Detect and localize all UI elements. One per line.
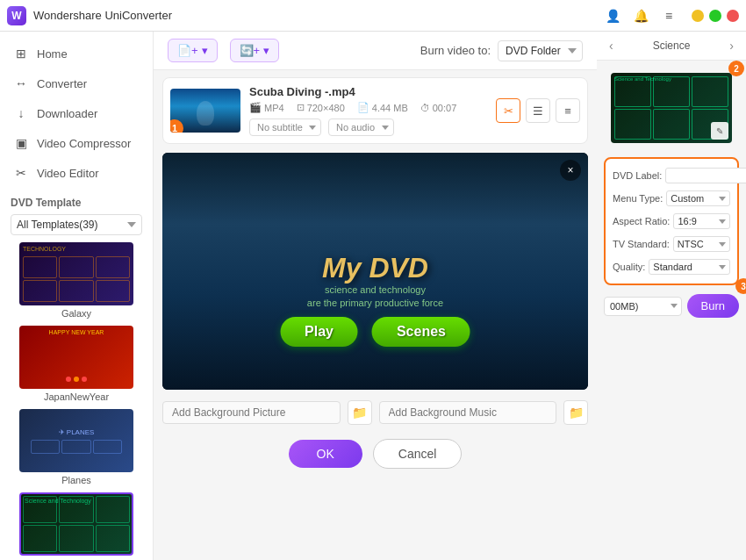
template-select[interactable]: All Templates(39) [11, 214, 142, 235]
galaxy-cell [96, 280, 130, 302]
burn-to-label: Burn video to: [420, 44, 491, 57]
japan-dot-red [66, 377, 71, 382]
menu-type-select[interactable]: Custom Standard None [666, 190, 730, 206]
format-icon: 🎬 [249, 102, 262, 113]
size-value: 4.44 MB [372, 103, 408, 113]
sidebar-item-video-editor[interactable]: ✂ Video Editor [0, 158, 153, 188]
add-url-arrow: ▾ [263, 44, 269, 57]
burn-to-row: Burn video to: DVD Folder DVD Disc ISO F… [420, 40, 583, 61]
sci-cell-4 [614, 109, 651, 140]
file-duration: ⏱ 00:07 [420, 103, 457, 113]
file-resolution: ⊡ 720×480 [297, 102, 345, 113]
add-file-button[interactable]: 📄+ ▾ [168, 39, 218, 62]
sidebar-label-converter: Converter [37, 77, 87, 90]
planes-text1: ✈ PLANES [59, 428, 95, 436]
close-button[interactable]: × [727, 10, 739, 22]
menu-icon[interactable]: ≡ [656, 4, 681, 28]
quality-select[interactable]: Standard High Low [649, 259, 730, 275]
tv-standard-label: TV Standard: [613, 239, 670, 249]
template-nav-name: Science [653, 39, 691, 52]
minimize-button[interactable]: − [692, 10, 704, 22]
list-button[interactable]: ≡ [556, 98, 580, 123]
sidebar-label-editor: Video Editor [37, 167, 99, 180]
title-bar: W Wondershare UniConverter 👤 🔔 ≡ − □ × [0, 0, 746, 32]
template-item-planes[interactable]: ✈ PLANES Planes [11, 409, 142, 485]
menu-button[interactable]: ☰ [526, 98, 550, 123]
dvd-label-input[interactable] [665, 168, 746, 183]
cancel-button[interactable]: Cancel [373, 439, 463, 469]
sidebar-item-home[interactable]: ⊞ Home [0, 39, 153, 68]
preview-play-button[interactable]: Play [280, 317, 358, 347]
ok-button[interactable]: OK [289, 440, 362, 468]
template-thumbnails: TECHNOLOGY Galaxy [11, 242, 142, 560]
bg-picture-folder-button[interactable]: 📁 [348, 400, 372, 425]
japan-label: HAPPY NEW YEAR [49, 329, 104, 335]
bg-music-folder-button[interactable]: 📁 [563, 400, 588, 425]
file-subtitle-row: No subtitle No audio [249, 118, 487, 136]
nav-next-arrow[interactable]: › [726, 37, 737, 54]
aspect-ratio-select[interactable]: 16:9 4:3 [673, 213, 730, 229]
nav-prev-arrow[interactable]: ‹ [606, 37, 617, 54]
galaxy-cell [59, 256, 93, 278]
aspect-ratio-row: Aspect Ratio: 16:9 4:3 [613, 213, 730, 229]
japan-dot-orange [74, 377, 79, 382]
size-icon: 📄 [357, 102, 369, 113]
preview-window: My DVD science and technology are the pr… [162, 153, 588, 390]
top-toolbar: 📄+ ▾ 🔄+ ▾ Burn video to: DVD Folder DVD … [154, 32, 597, 70]
tv-standard-select[interactable]: NTSC PAL [673, 236, 730, 252]
user-icon[interactable]: 👤 [600, 4, 625, 28]
sidebar-item-video-compressor[interactable]: ▣ Video Compressor [0, 128, 153, 158]
sidebar-item-converter[interactable]: ↔ Converter [0, 68, 153, 98]
sidebar-label-home: Home [37, 47, 68, 61]
template-item-japan[interactable]: HAPPY NEW YEAR JapanNewYear [11, 326, 142, 402]
japan-dot-red2 [82, 377, 87, 382]
burn-button[interactable]: Burn [687, 294, 739, 318]
galaxy-cell [96, 256, 130, 278]
bell-icon[interactable]: 🔔 [628, 4, 653, 28]
preview-subtitle: science and technology are the primary p… [307, 284, 443, 311]
close-preview-button[interactable]: × [560, 160, 581, 181]
preview-buttons: Play Scenes [280, 317, 470, 347]
cut-button[interactable]: ✂ [496, 98, 520, 123]
template-item-galaxy[interactable]: TECHNOLOGY Galaxy [11, 242, 142, 319]
template-name-japan: JapanNewYear [11, 391, 142, 402]
bg-picture-input[interactable] [162, 401, 341, 424]
duration-icon: ⏱ [420, 103, 430, 113]
galaxy-grid [23, 256, 130, 302]
burn-bottom-row: 00MB) Burn [597, 289, 746, 323]
sci-cell-5 [653, 109, 690, 140]
planes-cell [93, 440, 122, 454]
bg-music-input[interactable] [379, 401, 557, 424]
capacity-select[interactable]: 00MB) [604, 297, 682, 316]
badge-2: 2 [728, 61, 744, 76]
planes-cell [61, 440, 90, 454]
template-preview-box: Science and Technology ✎ [611, 73, 732, 143]
template-thumb-galaxy: TECHNOLOGY [19, 242, 133, 305]
subtitle-select[interactable]: No subtitle [249, 118, 321, 136]
dvd-label-label: DVD Label: [613, 170, 662, 181]
badge-3: 3 [735, 278, 746, 294]
template-thumb-japan: HAPPY NEW YEAR [19, 326, 133, 389]
compressor-icon: ▣ [14, 136, 28, 150]
burn-to-select[interactable]: DVD Folder DVD Disc ISO File [498, 40, 583, 61]
main-area: 📄+ ▾ 🔄+ ▾ Burn video to: DVD Folder DVD … [154, 32, 597, 560]
dvd-template-label: DVD Template [11, 197, 142, 209]
dvd-label-row: DVD Label: [613, 168, 730, 183]
maximize-button[interactable]: □ [709, 10, 721, 22]
audio-select[interactable]: No audio [328, 118, 394, 136]
add-url-button[interactable]: 🔄+ ▾ [230, 39, 280, 62]
galaxy-cell [23, 256, 57, 278]
preview-background: My DVD science and technology are the pr… [162, 153, 588, 390]
galaxy-cell [59, 280, 93, 302]
dvd-settings-wrapper: DVD Label: Menu Type: Custom Standard No… [597, 154, 746, 289]
home-icon: ⊞ [14, 47, 28, 61]
japan-dots [66, 377, 87, 382]
aspect-ratio-label: Aspect Ratio: [613, 216, 670, 226]
preview-scenes-button[interactable]: Scenes [372, 317, 470, 347]
window-controls: − □ × [692, 10, 739, 22]
downloader-icon: ↓ [14, 106, 28, 120]
tv-standard-row: TV Standard: NTSC PAL [613, 236, 730, 252]
template-item-science[interactable]: Science and Technology Science [11, 492, 142, 560]
edit-template-button[interactable]: ✎ [711, 122, 728, 140]
sidebar-item-downloader[interactable]: ↓ Downloader [0, 98, 153, 128]
